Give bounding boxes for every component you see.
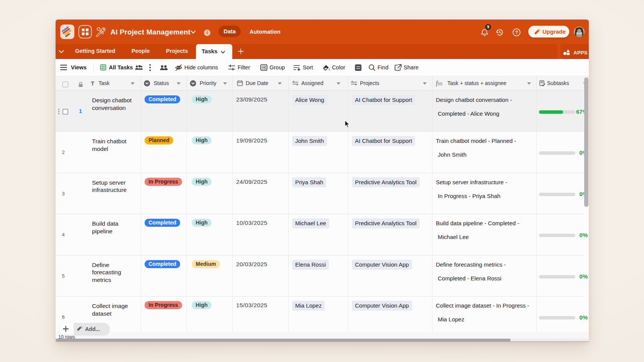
svg-text:?: ? <box>515 30 518 35</box>
